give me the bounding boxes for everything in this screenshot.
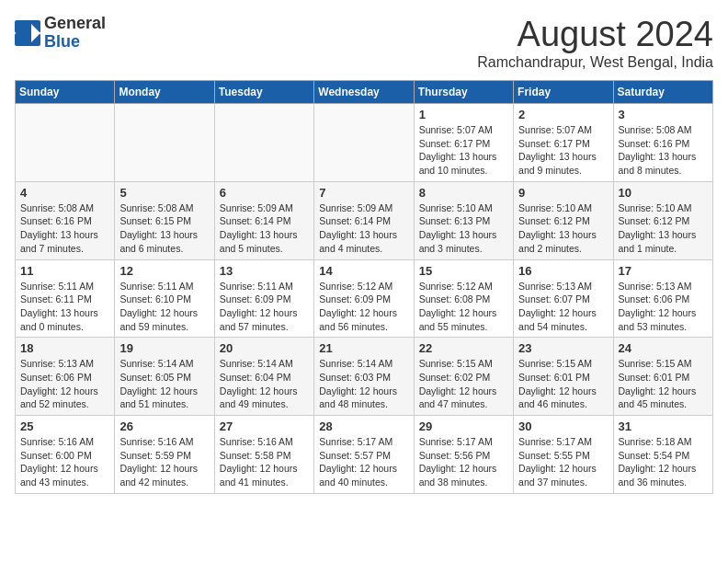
calendar-cell: 26Sunrise: 5:16 AM Sunset: 5:59 PM Dayli… bbox=[115, 416, 214, 494]
weekday-header-wednesday: Wednesday bbox=[314, 81, 414, 104]
page-header: General Blue August 2024 Ramchandrapur, … bbox=[15, 15, 713, 71]
logo-icon bbox=[15, 20, 40, 46]
calendar-cell: 14Sunrise: 5:12 AM Sunset: 6:09 PM Dayli… bbox=[314, 259, 414, 338]
logo-general-text: General bbox=[44, 15, 106, 33]
day-number: 8 bbox=[419, 186, 508, 200]
day-info: Sunrise: 5:08 AM Sunset: 6:16 PM Dayligh… bbox=[20, 201, 109, 256]
day-info: Sunrise: 5:17 AM Sunset: 5:56 PM Dayligh… bbox=[419, 435, 508, 489]
calendar-cell: 16Sunrise: 5:13 AM Sunset: 6:07 PM Dayli… bbox=[514, 259, 613, 338]
day-info: Sunrise: 5:16 AM Sunset: 6:00 PM Dayligh… bbox=[20, 435, 109, 489]
day-number: 16 bbox=[518, 264, 608, 278]
day-number: 12 bbox=[119, 264, 209, 278]
calendar-cell: 21Sunrise: 5:14 AM Sunset: 6:03 PM Dayli… bbox=[314, 338, 414, 416]
calendar-week-row: 1Sunrise: 5:07 AM Sunset: 6:17 PM Daylig… bbox=[16, 104, 713, 182]
day-info: Sunrise: 5:11 AM Sunset: 6:10 PM Dayligh… bbox=[119, 280, 209, 334]
weekday-header-friday: Friday bbox=[514, 81, 613, 104]
calendar-cell: 25Sunrise: 5:16 AM Sunset: 6:00 PM Dayli… bbox=[16, 416, 115, 494]
day-info: Sunrise: 5:17 AM Sunset: 5:55 PM Dayligh… bbox=[518, 435, 608, 489]
logo-blue-text: Blue bbox=[44, 33, 106, 52]
day-info: Sunrise: 5:14 AM Sunset: 6:03 PM Dayligh… bbox=[319, 357, 408, 411]
month-year-title: August 2024 bbox=[477, 15, 713, 54]
calendar-cell: 20Sunrise: 5:14 AM Sunset: 6:04 PM Dayli… bbox=[214, 338, 313, 416]
day-number: 14 bbox=[319, 264, 408, 278]
day-info: Sunrise: 5:18 AM Sunset: 5:54 PM Dayligh… bbox=[619, 435, 708, 489]
day-info: Sunrise: 5:09 AM Sunset: 6:14 PM Dayligh… bbox=[220, 201, 309, 256]
day-number: 22 bbox=[419, 341, 508, 355]
day-number: 25 bbox=[20, 419, 109, 433]
day-info: Sunrise: 5:14 AM Sunset: 6:04 PM Dayligh… bbox=[220, 357, 309, 411]
day-number: 24 bbox=[619, 341, 708, 355]
day-number: 29 bbox=[419, 419, 508, 433]
day-info: Sunrise: 5:07 AM Sunset: 6:17 PM Dayligh… bbox=[419, 123, 508, 178]
calendar-cell bbox=[115, 104, 214, 182]
weekday-header-sunday: Sunday bbox=[16, 81, 115, 104]
calendar-cell bbox=[214, 104, 313, 182]
day-number: 4 bbox=[20, 186, 109, 200]
calendar-cell: 7Sunrise: 5:09 AM Sunset: 6:14 PM Daylig… bbox=[314, 181, 414, 259]
weekday-header-tuesday: Tuesday bbox=[214, 81, 313, 104]
day-info: Sunrise: 5:08 AM Sunset: 6:15 PM Dayligh… bbox=[119, 201, 209, 256]
logo-text: General Blue bbox=[44, 15, 106, 52]
day-info: Sunrise: 5:15 AM Sunset: 6:01 PM Dayligh… bbox=[518, 357, 608, 411]
day-number: 31 bbox=[619, 419, 708, 433]
day-info: Sunrise: 5:15 AM Sunset: 6:01 PM Dayligh… bbox=[619, 357, 708, 411]
day-info: Sunrise: 5:13 AM Sunset: 6:07 PM Dayligh… bbox=[518, 280, 608, 334]
calendar-cell: 18Sunrise: 5:13 AM Sunset: 6:06 PM Dayli… bbox=[16, 338, 115, 416]
calendar-cell: 28Sunrise: 5:17 AM Sunset: 5:57 PM Dayli… bbox=[314, 416, 414, 494]
day-info: Sunrise: 5:17 AM Sunset: 5:57 PM Dayligh… bbox=[319, 435, 408, 489]
calendar-cell: 23Sunrise: 5:15 AM Sunset: 6:01 PM Dayli… bbox=[514, 338, 613, 416]
day-info: Sunrise: 5:09 AM Sunset: 6:14 PM Dayligh… bbox=[319, 201, 408, 256]
day-info: Sunrise: 5:08 AM Sunset: 6:16 PM Dayligh… bbox=[619, 123, 708, 178]
day-number: 6 bbox=[220, 186, 309, 200]
calendar-week-row: 18Sunrise: 5:13 AM Sunset: 6:06 PM Dayli… bbox=[16, 338, 713, 416]
day-number: 10 bbox=[619, 186, 708, 200]
calendar-cell: 30Sunrise: 5:17 AM Sunset: 5:55 PM Dayli… bbox=[514, 416, 613, 494]
weekday-header-thursday: Thursday bbox=[414, 81, 513, 104]
day-number: 26 bbox=[119, 419, 209, 433]
day-number: 13 bbox=[220, 264, 309, 278]
calendar-cell: 10Sunrise: 5:10 AM Sunset: 6:12 PM Dayli… bbox=[613, 181, 712, 259]
calendar-cell: 17Sunrise: 5:13 AM Sunset: 6:06 PM Dayli… bbox=[613, 259, 712, 338]
calendar-cell: 24Sunrise: 5:15 AM Sunset: 6:01 PM Dayli… bbox=[613, 338, 712, 416]
day-info: Sunrise: 5:12 AM Sunset: 6:09 PM Dayligh… bbox=[319, 280, 408, 334]
calendar-cell: 29Sunrise: 5:17 AM Sunset: 5:56 PM Dayli… bbox=[414, 416, 513, 494]
calendar-cell: 11Sunrise: 5:11 AM Sunset: 6:11 PM Dayli… bbox=[16, 259, 115, 338]
day-number: 7 bbox=[319, 186, 408, 200]
day-number: 15 bbox=[419, 264, 508, 278]
day-info: Sunrise: 5:16 AM Sunset: 5:58 PM Dayligh… bbox=[220, 435, 309, 489]
day-info: Sunrise: 5:07 AM Sunset: 6:17 PM Dayligh… bbox=[518, 123, 608, 178]
weekday-header-row: SundayMondayTuesdayWednesdayThursdayFrid… bbox=[16, 81, 713, 104]
calendar-cell: 3Sunrise: 5:08 AM Sunset: 6:16 PM Daylig… bbox=[613, 104, 712, 182]
day-info: Sunrise: 5:10 AM Sunset: 6:12 PM Dayligh… bbox=[619, 201, 708, 256]
day-info: Sunrise: 5:14 AM Sunset: 6:05 PM Dayligh… bbox=[119, 357, 209, 411]
calendar-cell: 9Sunrise: 5:10 AM Sunset: 6:12 PM Daylig… bbox=[514, 181, 613, 259]
day-info: Sunrise: 5:10 AM Sunset: 6:12 PM Dayligh… bbox=[518, 201, 608, 256]
day-number: 11 bbox=[20, 264, 109, 278]
day-number: 2 bbox=[518, 108, 608, 121]
calendar-cell: 5Sunrise: 5:08 AM Sunset: 6:15 PM Daylig… bbox=[115, 181, 214, 259]
day-number: 18 bbox=[20, 341, 109, 355]
calendar-week-row: 4Sunrise: 5:08 AM Sunset: 6:16 PM Daylig… bbox=[16, 181, 713, 259]
calendar-cell: 27Sunrise: 5:16 AM Sunset: 5:58 PM Dayli… bbox=[214, 416, 313, 494]
calendar-week-row: 11Sunrise: 5:11 AM Sunset: 6:11 PM Dayli… bbox=[16, 259, 713, 338]
calendar-cell: 6Sunrise: 5:09 AM Sunset: 6:14 PM Daylig… bbox=[214, 181, 313, 259]
calendar-cell: 1Sunrise: 5:07 AM Sunset: 6:17 PM Daylig… bbox=[414, 104, 513, 182]
day-info: Sunrise: 5:15 AM Sunset: 6:02 PM Dayligh… bbox=[419, 357, 508, 411]
calendar-cell: 19Sunrise: 5:14 AM Sunset: 6:05 PM Dayli… bbox=[115, 338, 214, 416]
day-number: 1 bbox=[419, 108, 508, 121]
day-number: 30 bbox=[518, 419, 608, 433]
logo: General Blue bbox=[15, 15, 106, 52]
weekday-header-saturday: Saturday bbox=[613, 81, 712, 104]
calendar-cell bbox=[16, 104, 115, 182]
calendar-table: SundayMondayTuesdayWednesdayThursdayFrid… bbox=[15, 80, 713, 494]
calendar-cell: 12Sunrise: 5:11 AM Sunset: 6:10 PM Dayli… bbox=[115, 259, 214, 338]
day-number: 5 bbox=[119, 186, 209, 200]
calendar-cell bbox=[314, 104, 414, 182]
day-info: Sunrise: 5:11 AM Sunset: 6:11 PM Dayligh… bbox=[20, 280, 109, 334]
weekday-header-monday: Monday bbox=[115, 81, 214, 104]
calendar-cell: 31Sunrise: 5:18 AM Sunset: 5:54 PM Dayli… bbox=[613, 416, 712, 494]
day-number: 23 bbox=[518, 341, 608, 355]
day-number: 28 bbox=[319, 419, 408, 433]
day-info: Sunrise: 5:12 AM Sunset: 6:08 PM Dayligh… bbox=[419, 280, 508, 334]
day-info: Sunrise: 5:13 AM Sunset: 6:06 PM Dayligh… bbox=[619, 280, 708, 334]
